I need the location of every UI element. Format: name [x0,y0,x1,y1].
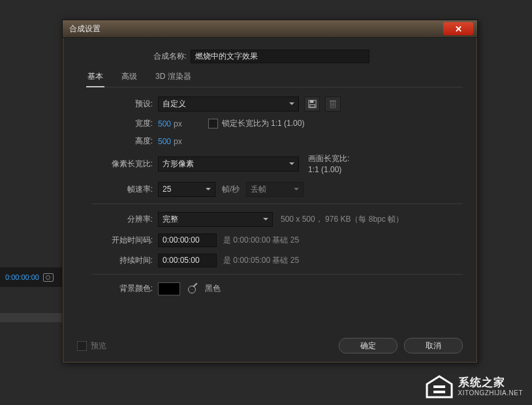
par-select[interactable]: 方形像素 [158,157,299,172]
bgcolor-label: 背景颜色: [101,283,153,294]
watermark-url: XITONGZHIJIA.NET [458,389,524,397]
frame-aspect-label: 画面长宽比: [308,153,349,164]
duration-info: 是 0:00:05:00 基础 25 [223,255,299,266]
separator [91,274,463,275]
ok-button[interactable]: 确定 [339,338,398,353]
close-button[interactable]: ✕ [443,22,473,35]
svg-rect-2 [309,104,314,107]
preset-select[interactable]: 自定义 [158,97,299,112]
duration-label: 持续时间: [101,255,153,266]
watermark-logo-icon [426,375,453,398]
svg-rect-1 [309,100,313,103]
frame-aspect-value: 1:1 (1.00) [308,164,349,175]
lock-aspect-label: 锁定长宽比为 1:1 (1.00) [222,118,305,129]
save-icon [308,100,317,108]
resolution-label: 分辨率: [101,214,153,225]
comp-name-input[interactable] [191,50,369,63]
svg-rect-9 [433,385,445,388]
delete-preset-button[interactable] [325,97,341,112]
svg-rect-4 [330,100,336,102]
resolution-info: 500 x 500， 976 KB（每 8bpc 帧） [281,214,403,225]
tab-advanced[interactable]: 高级 [120,70,138,87]
composition-settings-dialog: 合成设置 ✕ 合成名称: 基本 高级 3D 渲染器 预设: 自定义 [62,20,478,363]
fps-label: 帧速率: [101,184,153,195]
comp-name-label: 合成名称: [77,51,187,62]
snapshot-icon[interactable] [43,273,54,282]
fps-select[interactable]: 25 [158,182,215,197]
watermark: 系统之家 XITONGZHIJIA.NET [426,375,524,398]
start-tc-label: 开始时间码: [101,235,153,246]
close-icon: ✕ [455,24,462,34]
start-tc-info: 是 0:00:00:00 基础 25 [223,235,299,246]
preview-label: 预览 [91,340,106,352]
width-label: 宽度: [101,118,153,129]
svg-rect-10 [433,391,445,393]
preview-checkbox [77,341,87,351]
bgcolor-name: 黑色 [205,283,221,294]
width-unit: px [174,119,182,128]
start-tc-input[interactable] [158,233,217,247]
dropframe-select: 丢帧 [246,182,304,197]
dropframe-value: 丢帧 [251,184,266,195]
height-label: 高度: [101,136,153,147]
lock-aspect-checkbox[interactable] [208,119,218,128]
preset-label: 预设: [101,98,153,110]
par-value: 方形像素 [163,158,194,170]
preview-area: 预览 [77,340,106,352]
trash-icon [329,100,337,108]
width-value[interactable]: 500 [158,119,171,128]
height-unit: px [174,137,182,146]
fps-unit: 帧/秒 [222,184,240,195]
dialog-titlebar[interactable]: 合成设置 ✕ [63,20,477,38]
duration-input[interactable] [158,254,217,267]
separator [91,203,463,204]
bgcolor-swatch[interactable] [158,282,180,295]
par-label: 像素长宽比: [101,158,153,170]
timeline-timecode[interactable]: 0:00:00:00 [5,273,39,281]
tab-basic[interactable]: 基本 [86,70,104,87]
tab-3d-renderer[interactable]: 3D 渲染器 [154,70,193,87]
frame-aspect-info: 画面长宽比: 1:1 (1.00) [308,153,349,175]
resolution-value: 完整 [163,214,178,225]
cancel-button[interactable]: 取消 [404,338,463,353]
fps-value: 25 [163,185,171,194]
resolution-select[interactable]: 完整 [158,212,273,227]
preset-value: 自定义 [163,98,186,110]
save-preset-button[interactable] [304,97,320,112]
height-value[interactable]: 500 [158,137,171,146]
eyedropper-icon[interactable] [187,283,198,295]
tabs: 基本 高级 3D 渲染器 [86,70,463,87]
dialog-title: 合成设置 [69,23,101,35]
watermark-title: 系统之家 [458,376,524,389]
